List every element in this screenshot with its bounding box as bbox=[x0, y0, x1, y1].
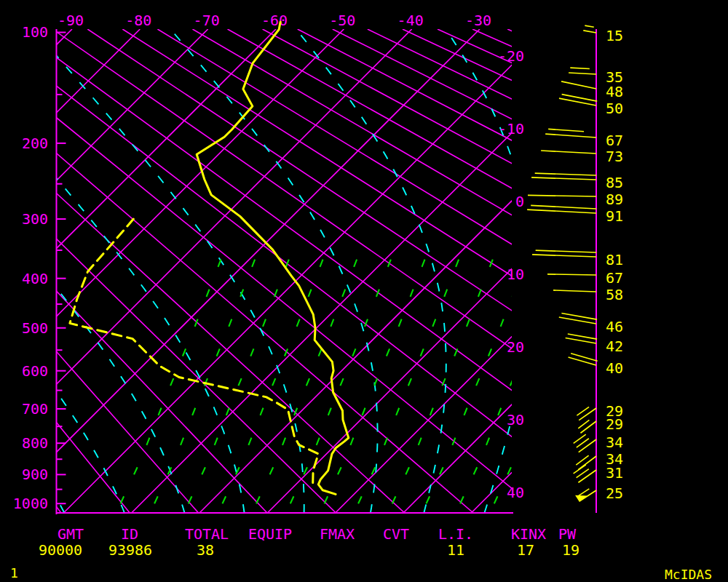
wind-column-value: 25 bbox=[606, 485, 623, 502]
temperature-right-label: 30 bbox=[507, 411, 524, 428]
wind-column: 1535485067738589918167584642402929343431… bbox=[527, 25, 623, 513]
wind-column-value: 81 bbox=[606, 251, 623, 268]
wind-barb bbox=[532, 250, 596, 257]
footer-value: 90000 bbox=[39, 541, 82, 559]
wind-column-value: 42 bbox=[606, 338, 623, 355]
wind-column-value: 85 bbox=[606, 174, 623, 191]
pressure-tick-label: 1000 bbox=[13, 495, 48, 512]
footer-label: CVT bbox=[383, 525, 409, 543]
wind-barb bbox=[561, 81, 596, 89]
pressure-tick-label: 800 bbox=[22, 434, 48, 452]
wind-column-value: 50 bbox=[606, 100, 623, 117]
footer-label: TOTAL bbox=[185, 525, 229, 543]
temperature-right-label: 10 bbox=[507, 266, 524, 283]
pressure-tick-label: 400 bbox=[22, 270, 48, 287]
footer-indices: GMT90000ID93986TOTAL38EQUIPFMAXCVTL.I.11… bbox=[39, 525, 579, 559]
temperature-right-label: 20 bbox=[507, 338, 524, 356]
temperature-right-label: -20 bbox=[498, 47, 524, 65]
temperature-top-label: -70 bbox=[194, 12, 220, 29]
footer-value: 93986 bbox=[108, 541, 152, 559]
footer-label: PW bbox=[558, 525, 577, 543]
temperature-right-label: 40 bbox=[507, 484, 524, 501]
wind-column-value: 67 bbox=[606, 269, 623, 287]
pressure-tick-label: 700 bbox=[22, 400, 48, 418]
wind-column-value: 15 bbox=[606, 27, 623, 44]
temperature-top-label: -60 bbox=[261, 12, 288, 29]
wind-barb bbox=[566, 334, 597, 343]
wind-column-value: 29 bbox=[606, 415, 623, 433]
footer-label: L.I. bbox=[438, 525, 473, 543]
temperature-right-label: 0 bbox=[515, 193, 524, 210]
footer-value: 38 bbox=[197, 541, 214, 559]
temperature-top-label: -90 bbox=[58, 12, 84, 29]
wind-barb bbox=[528, 195, 596, 196]
wind-column-value: 91 bbox=[606, 207, 623, 225]
wind-column-value: 40 bbox=[606, 359, 623, 377]
wind-barb bbox=[574, 434, 596, 453]
temperature-top-label: -80 bbox=[125, 12, 151, 29]
wind-barb bbox=[578, 420, 596, 433]
wind-barb bbox=[541, 151, 596, 154]
temperature-right-label: -10 bbox=[498, 120, 524, 137]
wind-barb bbox=[531, 173, 596, 180]
wind-column-value: 67 bbox=[606, 132, 623, 149]
pressure-tick-label: 100 bbox=[22, 23, 48, 41]
wind-column-value: 48 bbox=[606, 83, 623, 100]
wind-barb bbox=[547, 274, 596, 275]
wind-barb bbox=[577, 407, 596, 420]
wind-column-value: 73 bbox=[606, 148, 623, 165]
frame-number: 1 bbox=[10, 567, 18, 580]
wind-barb bbox=[553, 290, 596, 292]
wind-barb bbox=[527, 205, 596, 213]
footer-label: FMAX bbox=[320, 525, 355, 543]
footer-label: GMT bbox=[58, 525, 84, 543]
footer-label: EQUIP bbox=[248, 525, 292, 543]
pressure-tick-label: 500 bbox=[22, 319, 48, 337]
footer-label: KINX bbox=[511, 525, 546, 543]
pressure-tick-label: 900 bbox=[22, 466, 48, 483]
wind-column-value: 58 bbox=[606, 286, 623, 303]
skewt-sounding-chart: 1002003004005006007008009001000-90-80-70… bbox=[0, 0, 728, 582]
wind-barb bbox=[559, 314, 597, 324]
wind-barb bbox=[569, 68, 596, 74]
footer-label: ID bbox=[121, 525, 138, 543]
pressure-tick-label: 300 bbox=[22, 210, 48, 228]
wind-column-value: 31 bbox=[606, 464, 623, 482]
pressure-tick-label: 600 bbox=[22, 362, 48, 380]
footer-value: 11 bbox=[447, 541, 464, 559]
mcidas-brand-label: McIDAS bbox=[665, 568, 712, 581]
mcidas-skewt-screen: 1002003004005006007008009001000-90-80-70… bbox=[0, 0, 728, 582]
wind-column-value: 46 bbox=[606, 318, 623, 335]
wind-column-value: 89 bbox=[606, 191, 623, 208]
wind-column-value: 34 bbox=[606, 434, 623, 451]
footer-value: 17 bbox=[517, 541, 534, 559]
footer-value: 19 bbox=[562, 541, 579, 559]
mixing-ratio-lines bbox=[121, 250, 598, 503]
temperature-top-label: -30 bbox=[465, 12, 491, 29]
temperature-top-label: -40 bbox=[397, 12, 424, 29]
wind-barb bbox=[574, 465, 596, 482]
wind-barb bbox=[569, 354, 598, 365]
wind-barb bbox=[575, 489, 596, 501]
wind-barb bbox=[583, 25, 596, 33]
wind-barb bbox=[545, 129, 596, 137]
pressure-tick-label: 200 bbox=[22, 135, 48, 152]
wind-barb bbox=[576, 455, 596, 470]
temperature-top-label: -50 bbox=[329, 12, 355, 29]
wind-barb bbox=[559, 95, 597, 105]
